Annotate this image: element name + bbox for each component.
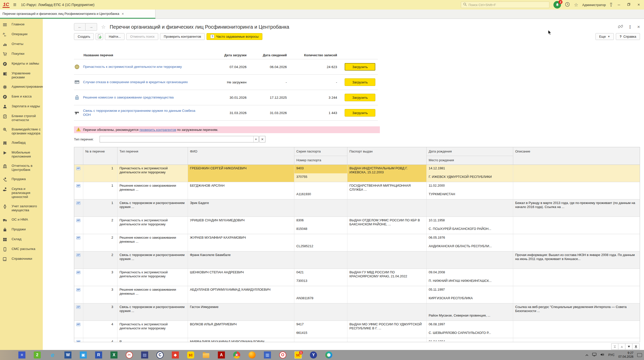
chrome-icon[interactable] — [233, 351, 240, 358]
search-input[interactable] — [468, 3, 547, 7]
red-package-icon[interactable]: ◆ — [172, 351, 179, 358]
yandex-browser-icon[interactable]: Y — [310, 351, 317, 358]
tab-perechni[interactable]: Перечни организаций и физических лиц Рос… — [0, 10, 155, 19]
sidebar-item[interactable]: Отчетность в Центробанк — [0, 164, 41, 172]
check-counterparties-button[interactable]: Проверить контрагентов — [160, 33, 205, 40]
network-icon[interactable] — [592, 353, 596, 357]
history-icon[interactable] — [565, 2, 570, 8]
sidebar-item[interactable]: Отчеты — [0, 42, 41, 46]
acrobat-reader-icon[interactable]: A — [218, 351, 225, 358]
more-actions-icon[interactable]: ⋮ — [628, 24, 632, 30]
help-button[interactable]: ?Справка — [616, 33, 640, 40]
main-menu-icon[interactable]: ≡ — [13, 2, 16, 8]
firefox-icon[interactable] — [249, 351, 256, 358]
excel-icon[interactable]: X — [110, 351, 117, 358]
screen-capture-icon[interactable]: ▣ — [80, 351, 87, 358]
table-row[interactable]: 2Решение комиссии о замораживании денежн… — [74, 234, 640, 251]
favorites-star-icon[interactable]: ☆ — [574, 2, 578, 8]
restore-button[interactable] — [626, 2, 632, 7]
create-button[interactable]: Создать — [74, 33, 94, 40]
add-favorite-star-icon[interactable]: ☆ — [101, 24, 106, 30]
load-button[interactable]: Загрузить — [345, 109, 375, 117]
more-button[interactable]: Еще▼ — [595, 33, 614, 40]
1c-lombard-active-icon[interactable]: 1С1 — [295, 351, 302, 358]
opera-icon[interactable]: O — [279, 351, 286, 358]
gis2-map-icon[interactable]: 2 — [34, 351, 41, 358]
sidebar-item[interactable]: Бланки строгой отчетности — [0, 114, 41, 122]
service-menu-icon[interactable]: ≡▾ — [610, 3, 612, 7]
sidebar-item[interactable]: СМС рассылка — [0, 247, 41, 251]
nav-forward-button[interactable]: → — [86, 23, 97, 31]
sidebar-item[interactable]: ₽Взаимодействие с органами надзора — [0, 127, 41, 135]
get-link-icon[interactable] — [618, 24, 623, 30]
volume-icon[interactable] — [600, 353, 605, 357]
list-name-link[interactable]: Связь с терроризмом и распространением о… — [83, 109, 199, 117]
table-row[interactable]: 3Решение комиссии о замораживании денежн… — [74, 286, 640, 303]
go-down-button[interactable] — [625, 343, 632, 350]
sidebar-item[interactable]: Управление рисками — [0, 71, 41, 79]
load-button[interactable]: Загрузить — [345, 94, 375, 101]
sidebar-item[interactable]: Зарплата и кадры — [0, 104, 41, 109]
archive-app-icon[interactable]: ≡ — [18, 351, 25, 358]
list-name-link[interactable]: Случаи отказа в совершении операций в кр… — [83, 80, 199, 84]
find-button[interactable]: Найти... — [105, 33, 125, 40]
table-row[interactable]: 1Решение комиссии о замораживании денежн… — [74, 182, 640, 199]
table-header[interactable]: № в перечне Тип перечня ФИО Серия паспор… — [74, 147, 640, 165]
load-button[interactable]: Загрузить — [345, 78, 375, 86]
sidebar-item[interactable]: Продажа — [0, 177, 41, 182]
word-icon[interactable]: W — [64, 351, 71, 358]
file-explorer-icon[interactable] — [203, 351, 210, 358]
compass-app-icon[interactable]: C — [156, 351, 164, 358]
close-window-button[interactable]: × — [636, 2, 641, 7]
table-row[interactable]: 2Причастность к экстремистской деятельно… — [74, 217, 640, 234]
table-row[interactable]: 4Причастность к экстремистской деятельно… — [74, 321, 640, 338]
sidebar-item[interactable]: ₽Банк и касса — [0, 94, 41, 99]
1c-enterprise-icon[interactable]: 1С — [187, 351, 194, 358]
create-new-item-icon-button[interactable] — [96, 33, 103, 40]
remote-desktop-icon[interactable]: ▥ — [264, 351, 271, 358]
current-user[interactable]: Администратор — [582, 3, 606, 7]
clock[interactable]: 9:27 07.04.2026 — [618, 351, 633, 359]
sidebar-item[interactable]: Ломбард — [0, 141, 41, 145]
notifications-button[interactable]: 2 — [553, 1, 561, 9]
list-name-link[interactable]: Причастность к экстремистской деятельнос… — [83, 65, 199, 69]
table-row[interactable]: 2Связь с терроризмом и распространением … — [74, 251, 640, 269]
sidebar-item[interactable]: Учет залогового имущества — [0, 204, 41, 212]
go-last-button[interactable] — [632, 343, 639, 350]
load-button[interactable]: Загрузить — [345, 63, 375, 71]
table-row[interactable]: 1Причастность к экстремистской деятельно… — [74, 165, 640, 182]
sputnik-browser-icon[interactable] — [325, 351, 332, 358]
sidebar-item[interactable]: Скупка и реализация ценностей — [0, 187, 41, 199]
action-center-icon[interactable] — [637, 353, 642, 357]
list-name-link[interactable]: Решение комиссии о замораживании средств… — [83, 95, 199, 99]
list-type-input[interactable] — [100, 136, 253, 142]
sidebar-item[interactable]: ДтКтОперации — [0, 32, 41, 37]
table-row[interactable]: 3Причастность к экстремистской деятельно… — [74, 269, 640, 286]
sidebar-item[interactable]: Главное — [0, 22, 41, 27]
clear-filter-button[interactable]: ✕ — [259, 136, 265, 142]
list-type-combobox[interactable]: ▼ — [100, 136, 259, 142]
sidebar-item[interactable]: Мобильные приложения — [0, 150, 41, 159]
keyboard-language[interactable]: РУС — [608, 353, 615, 357]
tab-close-icon[interactable]: × — [122, 12, 124, 16]
cancel-search-button[interactable]: Отменить поиск — [126, 33, 158, 40]
table-row[interactable]: 4Р...МИРВАЛИЕВ МУХАММАД МУРОДМАМАДОВИЧ01… — [74, 338, 640, 342]
global-search[interactable] — [461, 2, 549, 8]
sidebar-item[interactable]: ₽Кредиты и займы — [0, 62, 41, 66]
nav-back-button[interactable]: ← — [74, 23, 86, 31]
start-button[interactable] — [3, 351, 10, 358]
close-form-icon[interactable]: × — [637, 24, 640, 30]
sidebar-item[interactable]: Администрирование — [0, 85, 41, 89]
sidebar-item[interactable]: Справочники — [0, 257, 41, 261]
internet-explorer-icon[interactable]: e — [49, 351, 56, 358]
go-up-button[interactable] — [618, 343, 625, 350]
sidebar-item[interactable]: Продажи — [0, 227, 41, 232]
minimize-button[interactable]: – — [616, 2, 622, 7]
r-studio-icon[interactable]: R — [95, 351, 102, 358]
table-row[interactable]: 1Связь с терроризмом и распространением … — [74, 199, 640, 217]
sidebar-item[interactable]: Покупки — [0, 52, 41, 56]
go-first-button[interactable] — [611, 343, 618, 350]
pc-suite-icon[interactable]: ▤ — [141, 351, 148, 358]
table-row[interactable]: 3Связь с терроризмом и распространением … — [74, 303, 640, 321]
sidebar-item[interactable]: ОС и НМА — [0, 218, 41, 222]
